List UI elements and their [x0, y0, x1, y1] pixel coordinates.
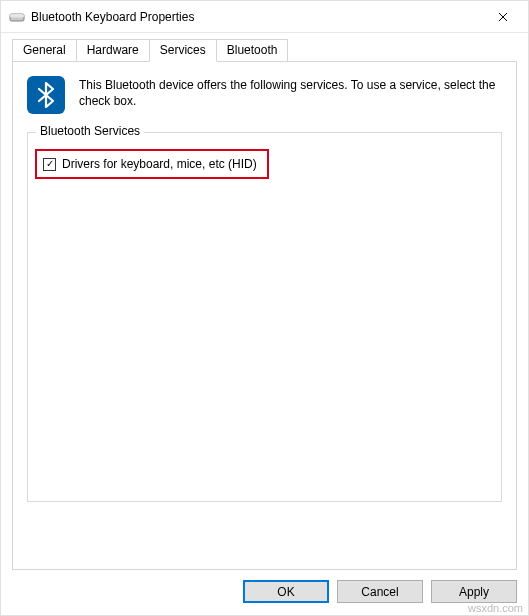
svg-rect-1 [10, 14, 24, 18]
fieldset-legend: Bluetooth Services [36, 124, 144, 138]
service-hid-checkbox[interactable]: ✓ [43, 158, 56, 171]
close-button[interactable] [480, 1, 526, 32]
properties-dialog: Bluetooth Keyboard Properties General Ha… [0, 0, 529, 616]
dialog-button-row: OK Cancel Apply [1, 570, 528, 615]
info-text: This Bluetooth device offers the followi… [79, 76, 502, 114]
tab-strip: General Hardware Services Bluetooth [12, 39, 517, 62]
cancel-button[interactable]: Cancel [337, 580, 423, 603]
ok-button[interactable]: OK [243, 580, 329, 603]
bluetooth-services-group: Bluetooth Services ✓ Drivers for keyboar… [27, 132, 502, 502]
tab-hardware[interactable]: Hardware [76, 39, 150, 62]
service-hid-label: Drivers for keyboard, mice, etc (HID) [62, 157, 257, 171]
tab-services[interactable]: Services [149, 39, 217, 62]
check-icon: ✓ [46, 159, 54, 169]
window-title: Bluetooth Keyboard Properties [31, 10, 480, 24]
info-row: This Bluetooth device offers the followi… [27, 76, 502, 114]
content-area: General Hardware Services Bluetooth This… [1, 33, 528, 570]
tab-panel-services: This Bluetooth device offers the followi… [12, 61, 517, 570]
tab-bluetooth[interactable]: Bluetooth [216, 39, 289, 62]
apply-button[interactable]: Apply [431, 580, 517, 603]
bluetooth-icon [27, 76, 65, 114]
device-icon [9, 9, 25, 25]
titlebar: Bluetooth Keyboard Properties [1, 1, 528, 33]
tab-general[interactable]: General [12, 39, 77, 62]
annotation-highlight: ✓ Drivers for keyboard, mice, etc (HID) [35, 149, 269, 179]
